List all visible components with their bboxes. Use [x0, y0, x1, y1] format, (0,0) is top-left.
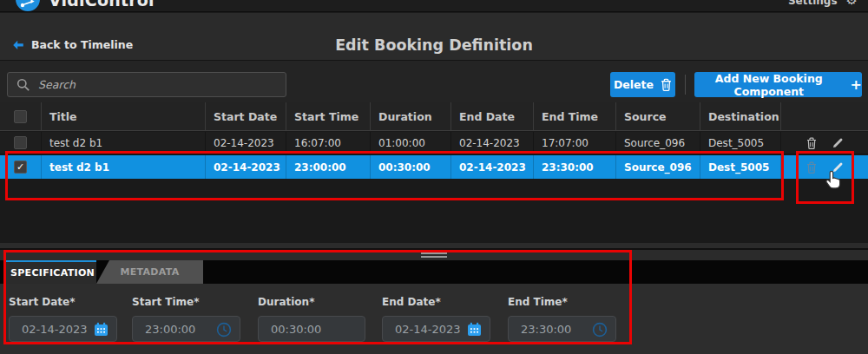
cell-end-time: 23:30:00	[534, 155, 616, 179]
search-input[interactable]	[38, 78, 286, 91]
app-title: VidiControl	[49, 0, 155, 10]
settings-button[interactable]: Settings ⚙	[788, 0, 858, 7]
row-edit-icon[interactable]	[832, 137, 844, 148]
cell-title: test d2 b1	[42, 155, 206, 179]
panel-splitter	[0, 243, 868, 260]
calendar-icon[interactable]	[467, 322, 482, 340]
splitter-line	[0, 248, 868, 250]
delete-button[interactable]: Delete	[610, 72, 675, 97]
duration-input[interactable]	[259, 317, 365, 341]
cell-end-time: 17:07:00	[534, 132, 616, 154]
calendar-icon[interactable]	[94, 322, 108, 340]
cell-duration: 01:00:00	[371, 132, 451, 154]
table-row-selected[interactable]: ✓ test d2 b1 02-14-2023 23:00:00 00:30:0…	[0, 155, 868, 179]
clock-icon[interactable]	[592, 322, 608, 341]
plus-icon: +	[851, 79, 862, 91]
select-all-checkbox[interactable]	[14, 110, 27, 123]
row-checkbox-checked[interactable]: ✓	[14, 161, 27, 174]
column-header-start-time[interactable]: Start Time	[286, 102, 371, 130]
specification-form: Start Date* Start Time*	[0, 284, 868, 354]
field-label: Start Date*	[9, 296, 76, 308]
gear-icon: ⚙	[846, 0, 858, 7]
cell-start-time: 16:07:00	[286, 132, 371, 154]
tab-specification[interactable]: SPECIFICATION	[4, 260, 96, 284]
row-delete-icon[interactable]	[806, 137, 817, 149]
row-checkbox[interactable]	[14, 136, 27, 149]
trash-icon	[661, 78, 672, 91]
table-row[interactable]: test d2 b1 02-14-2023 16:07:00 01:00:00 …	[0, 132, 868, 154]
table-header-row: Title Start Date Start Time Duration End…	[0, 102, 868, 131]
top-bar: VidiControl Settings ⚙	[0, 0, 868, 12]
field-label: Start Time*	[132, 296, 200, 308]
cell-duration: 00:30:00	[371, 155, 451, 179]
column-header-actions	[781, 102, 868, 130]
column-header-duration[interactable]: Duration	[371, 102, 451, 130]
cell-end-date: 02-14-2023	[451, 132, 534, 154]
cell-destination: Dest_5005	[700, 155, 781, 179]
add-button-label: Add New Booking Component	[694, 72, 844, 98]
column-header-source[interactable]: Source	[616, 102, 700, 130]
search-box[interactable]	[7, 72, 286, 97]
cell-source: Source_096	[616, 132, 700, 154]
delete-button-label: Delete	[614, 78, 654, 91]
row-delete-icon[interactable]	[806, 161, 817, 174]
page-title: Edit Booking Definition	[0, 36, 868, 54]
add-new-booking-component-button[interactable]: Add New Booking Component +	[694, 72, 862, 97]
app-logo-icon[interactable]	[16, 0, 40, 11]
clock-icon[interactable]	[216, 322, 232, 341]
column-header-destination[interactable]: Destination	[700, 102, 781, 130]
tab-metadata[interactable]: METADATA	[96, 260, 203, 284]
booking-components-table: Title Start Date Start Time Duration End…	[0, 102, 868, 243]
cell-end-date: 02-14-2023	[451, 155, 534, 179]
splitter-handle-icon[interactable]	[421, 252, 447, 259]
field-label: End Date*	[382, 296, 441, 308]
row-edit-icon[interactable]	[832, 161, 844, 173]
cell-start-date: 02-14-2023	[206, 132, 286, 154]
column-header-end-date[interactable]: End Date	[451, 102, 534, 130]
toolbar: Delete Add New Booking Component +	[0, 61, 868, 102]
column-header-end-time[interactable]: End Time	[534, 102, 616, 130]
toolbar-separator	[685, 75, 686, 95]
settings-label: Settings	[788, 0, 838, 7]
cell-destination: Dest_5005	[700, 132, 781, 154]
cell-title: test d2 b1	[42, 132, 206, 154]
panel-tab-bar: SPECIFICATION METADATA	[0, 260, 868, 284]
cell-start-date: 02-14-2023	[206, 155, 286, 179]
column-header-start-date[interactable]: Start Date	[206, 102, 286, 130]
field-label: End Time*	[508, 296, 568, 308]
app-window: VidiControl Settings ⚙ Back to Timeline …	[0, 0, 868, 354]
field-label: Duration*	[258, 296, 314, 308]
page-header: Back to Timeline Edit Booking Definition	[0, 13, 868, 61]
column-header-title[interactable]: Title	[42, 102, 206, 130]
cell-start-time: 23:00:00	[286, 155, 371, 179]
search-icon	[16, 78, 30, 92]
cell-source: Source_096	[616, 155, 700, 179]
